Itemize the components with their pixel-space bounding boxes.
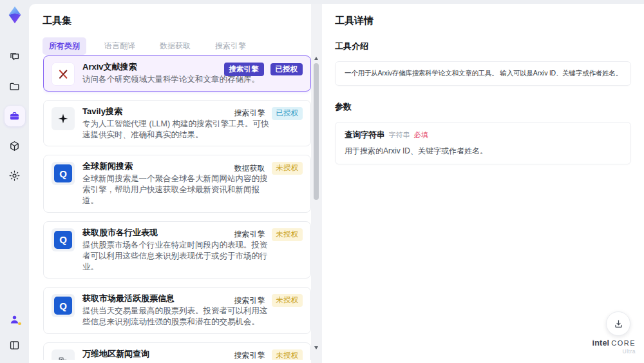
intro-heading: 工具介绍 [335,41,631,52]
main-content: 工具集 所有类别语言翻译数据获取搜索引擎 Q [29,4,644,363]
tool-category-label: 搜索引擎 [234,229,265,240]
tool-icon: Q [52,63,75,86]
sidebar [0,0,29,363]
params-heading: 参数 [335,101,631,113]
tool-status-badge: 已授权 [270,63,303,76]
tool-card[interactable]: Q Tavily搜索 专为人工智能代理 (LLM) 构建的搜索引擎工具。可快速提… [43,100,311,147]
q-news-logo-icon: Q [54,297,72,315]
page-title: 工具集 [43,15,71,27]
arxiv-logo-icon [57,68,70,81]
sidebar-item-packages[interactable] [5,135,25,156]
param-required-badge: 必填 [414,130,428,140]
download-tray-icon [613,319,624,329]
account-notification-dot [18,322,21,326]
sidebar-item-settings[interactable] [5,165,25,186]
tool-status-badge: 未授权 [272,294,303,307]
tool-status-badge: 未授权 [272,228,303,241]
tool-card[interactable]: Q 获取股市各行业表现 提供股票市场各个行业在特定时间段内的表现。投资者可以利用… [43,221,311,279]
category-tab-1[interactable]: 语言翻译 [98,37,142,55]
detail-title: 工具详情 [335,15,631,27]
app-logo[interactable] [5,5,24,25]
core-wordmark: CORE [611,339,636,347]
sidebar-item-account[interactable] [5,309,25,329]
sidebar-item-chat[interactable] [5,46,25,67]
tool-card[interactable]: Q 万维地区新闻查询 查询具体行政区划内的新闻，快速了解各地新闻动 搜索引擎 未… [43,342,311,360]
cube-package-icon [8,140,21,152]
gear-settings-icon [8,170,21,182]
sidebar-item-files[interactable] [5,76,25,97]
app-window: 工具集 所有类别语言翻译数据获取搜索引擎 Q [0,0,644,363]
tool-card[interactable]: Q 全球新闻搜索 全球新闻搜索是一个聚合全球各大新闻网站内容的搜索引擎，帮助用户… [43,155,311,213]
tool-icon: Q [52,162,75,185]
category-tab-2[interactable]: 数据获取 [153,37,197,55]
tool-category-label: 搜索引擎 [224,63,264,76]
sidebar-item-panel-toggle[interactable] [5,335,25,355]
chat-icon [8,51,21,63]
tool-status-badge: 已授权 [272,107,303,120]
sidebar-item-tools[interactable] [5,106,25,126]
tool-list: Q Arxiv文献搜索 访问各个研究领域大量科学论文和文章的存储库。 搜索引擎 … [43,55,311,360]
download-button[interactable] [606,311,630,336]
tool-description: 全球新闻搜索是一个聚合全球各大新闻网站内容的搜索引擎，帮助用户快速获取全球最新资… [82,173,270,206]
panel-layout-icon [8,339,21,351]
category-tabs: 所有类别语言翻译数据获取搜索引擎 [43,37,252,55]
tool-description: 提供当天交易量最高的股票列表。投资者可以利用这些信息来识别流动性强的股票和潜在的… [82,306,270,328]
tool-category-label: 搜索引擎 [234,350,265,360]
intel-core-logo: intel CORE Ultra [592,338,636,355]
tool-icon: Q [52,294,75,317]
tool-icon: Q [52,349,75,360]
category-tab-3[interactable]: 搜索引擎 [209,37,252,55]
tool-description: 专为人工智能代理 (LLM) 构建的搜索引擎工具。可快速提供实时、准确和真实的结… [82,119,270,141]
tool-category-label: 数据获取 [234,163,265,174]
four-point-star-icon [57,112,70,125]
parameter-box: 查询字符串 字符串 必填 用于搜索的Arxiv ID、关键字或作者姓名。 [335,122,631,164]
ultra-wordmark: Ultra [592,348,636,355]
scrollbar-thumb[interactable] [314,63,319,200]
tool-card[interactable]: Q 获取市场最活跃股票信息 提供当天交易量最高的股票列表。投资者可以利用这些信息… [43,287,311,334]
param-type-label: 字符串 [389,130,410,140]
folder-icon [8,81,21,93]
q-news-logo-icon: Q [54,164,72,182]
param-description: 用于搜索的Arxiv ID、关键字或作者姓名。 [345,146,621,157]
tool-icon: Q [52,107,75,130]
tool-status-badge: 未授权 [272,349,303,360]
tool-category-label: 搜索引擎 [234,108,265,119]
q-news-logo-icon: Q [54,231,72,249]
gem-logo-icon [5,5,24,25]
tool-icon: Q [52,228,75,251]
intro-text: 一个用于从Arxiv存储库搜索科学论文和文章的工具。 输入可以是Arxiv ID… [345,69,621,78]
category-tab-0[interactable]: 所有类别 [43,37,86,55]
scroll-down-arrow-icon[interactable] [314,346,318,349]
intro-box: 一个用于从Arxiv存储库搜索科学论文和文章的工具。 输入可以是Arxiv ID… [335,61,631,86]
param-name: 查询字符串 [345,130,385,141]
tool-status-badge: 未授权 [272,162,303,175]
tool-card[interactable]: Q Arxiv文献搜索 访问各个研究领域大量科学论文和文章的存储库。 搜索引擎 … [43,55,311,92]
building-icon [57,355,70,360]
scroll-up-arrow-icon[interactable] [314,57,318,60]
tool-description: 提供股票市场各个行业在特定时间段内的表现。投资者可以利用这些信息来识别表现优于或… [82,240,270,273]
tool-category-label: 搜索引擎 [234,295,265,306]
briefcase-tools-icon [8,110,21,123]
tool-detail-panel: 工具详情 工具介绍 一个用于从Arxiv存储库搜索科学论文和文章的工具。 输入可… [322,4,644,363]
intel-wordmark: intel [592,338,610,348]
